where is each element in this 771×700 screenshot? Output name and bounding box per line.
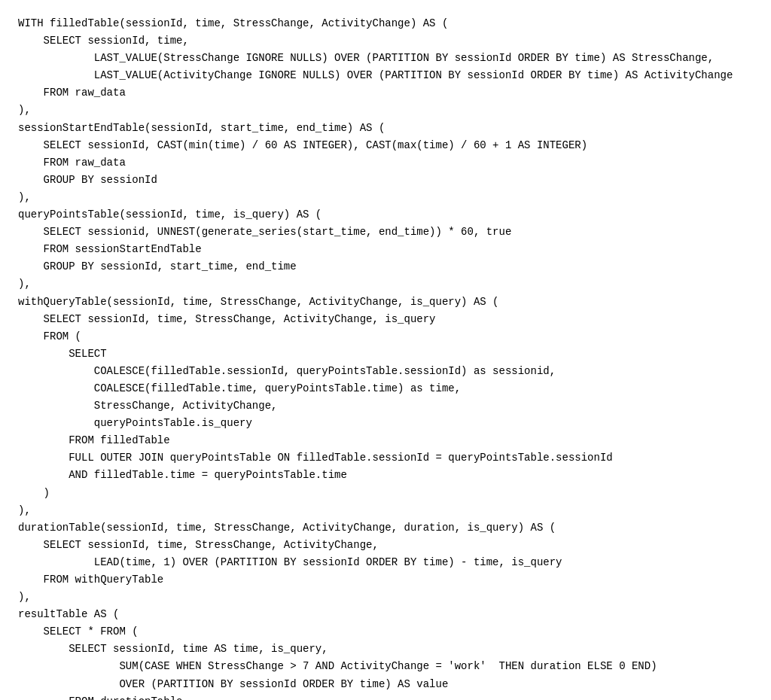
code-line: AND filledTable.time = queryPointsTable.… xyxy=(18,467,753,484)
code-line: COALESCE(filledTable.time, queryPointsTa… xyxy=(18,380,753,397)
code-line: FROM raw_data xyxy=(18,154,753,172)
code-line: withQueryTable(sessionId, time, StressCh… xyxy=(18,294,753,311)
code-line: SELECT xyxy=(18,345,753,363)
code-line: ), xyxy=(18,189,753,206)
code-line: queryPointsTable(sessionId, time, is_que… xyxy=(18,206,753,224)
code-line: FROM withQueryTable xyxy=(18,571,753,589)
code-line: resultTable AS ( xyxy=(18,606,753,623)
code-line: ), xyxy=(18,275,753,293)
code-editor: WITH filledTable(sessionId, time, Stress… xyxy=(0,0,771,700)
code-line: WITH filledTable(sessionId, time, Stress… xyxy=(18,15,753,32)
code-line: COALESCE(filledTable.sessionId, queryPoi… xyxy=(18,363,753,380)
code-line: SELECT sessionId, time, xyxy=(18,32,753,50)
code-line: LAST_VALUE(StressChange IGNORE NULLS) OV… xyxy=(18,50,753,67)
code-line: SELECT sessionId, CAST(min(time) / 60 AS… xyxy=(18,137,753,154)
code-line: LEAD(time, 1) OVER (PARTITION BY session… xyxy=(18,554,753,571)
code-line: FROM sessionStartEndTable xyxy=(18,241,753,258)
code-line: SELECT sessionId, time, StressChange, Ac… xyxy=(18,311,753,328)
code-line: FROM ( xyxy=(18,328,753,345)
code-line: OVER (PARTITION BY sessionId ORDER BY ti… xyxy=(18,676,753,693)
code-line: ), xyxy=(18,589,753,606)
code-line: GROUP BY sessionId xyxy=(18,172,753,189)
code-line: ), xyxy=(18,102,753,119)
code-line: FROM filledTable xyxy=(18,432,753,449)
code-line: ), xyxy=(18,502,753,519)
code-line: FROM durationTable xyxy=(18,693,753,700)
code-line: SELECT * FROM ( xyxy=(18,623,753,641)
code-line: durationTable(sessionId, time, StressCha… xyxy=(18,519,753,537)
code-line: StressChange, ActivityChange, xyxy=(18,397,753,415)
code-line: SELECT sessionid, UNNEST(generate_series… xyxy=(18,224,753,241)
code-line: GROUP BY sessionId, start_time, end_time xyxy=(18,258,753,275)
code-line: ) xyxy=(18,485,753,502)
code-line: sessionStartEndTable(sessionId, start_ti… xyxy=(18,120,753,137)
code-line: FROM raw_data xyxy=(18,84,753,102)
code-line: SUM(CASE WHEN StressChange > 7 AND Activ… xyxy=(18,658,753,675)
code-line: LAST_VALUE(ActivityChange IGNORE NULLS) … xyxy=(18,67,753,84)
code-line: queryPointsTable.is_query xyxy=(18,415,753,432)
code-line: FULL OUTER JOIN queryPointsTable ON fill… xyxy=(18,449,753,467)
code-line: SELECT sessionId, time AS time, is_query… xyxy=(18,641,753,658)
code-line: SELECT sessionId, time, StressChange, Ac… xyxy=(18,537,753,554)
